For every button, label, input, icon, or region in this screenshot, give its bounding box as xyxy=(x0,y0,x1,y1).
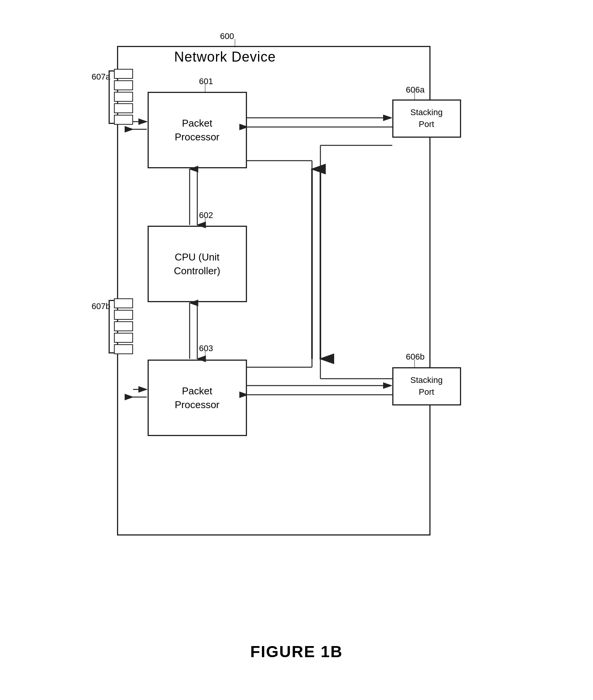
cpu-box: CPU (UnitController) xyxy=(148,226,247,302)
packet-processor-1-label: PacketProcessor xyxy=(175,116,219,144)
label-603-line xyxy=(205,351,205,360)
left-port xyxy=(114,298,133,308)
label-600-line xyxy=(235,39,235,47)
left-port xyxy=(114,321,133,331)
label-607a: 607a xyxy=(92,72,110,82)
label-607a-brace xyxy=(109,70,114,124)
left-port xyxy=(114,80,133,90)
label-606b: 606b xyxy=(406,352,425,362)
left-port xyxy=(114,115,133,125)
packet-processor-1-box: PacketProcessor xyxy=(148,92,247,168)
figure-caption: FIGURE 1B xyxy=(250,643,343,661)
label-601: 601 xyxy=(199,77,213,86)
left-port xyxy=(114,103,133,113)
stacking-port-b-label: StackingPort xyxy=(410,374,442,398)
left-port xyxy=(114,333,133,343)
left-port xyxy=(114,344,133,354)
label-607b: 607b xyxy=(92,301,110,311)
stacking-port-a-label: StackingPort xyxy=(410,107,442,130)
left-port xyxy=(114,92,133,102)
packet-processor-2-label: PacketProcessor xyxy=(175,384,219,412)
label-602: 602 xyxy=(199,210,213,220)
label-606a: 606a xyxy=(406,85,425,95)
cpu-label: CPU (UnitController) xyxy=(174,250,220,278)
left-ports-b xyxy=(114,298,133,354)
label-603: 603 xyxy=(199,343,213,353)
network-device-title: Network Device xyxy=(174,49,276,65)
stacking-port-a-box: StackingPort xyxy=(392,99,461,138)
left-port xyxy=(114,310,133,320)
stacking-port-b-box: StackingPort xyxy=(392,367,461,405)
packet-processor-2-box: PacketProcessor xyxy=(148,360,247,436)
label-600: 600 xyxy=(220,31,234,41)
diagram: Network Device 600 601 PacketProcessor 6… xyxy=(86,15,507,627)
left-ports-a xyxy=(114,69,133,125)
label-607b-brace xyxy=(109,300,114,353)
left-port xyxy=(114,69,133,79)
